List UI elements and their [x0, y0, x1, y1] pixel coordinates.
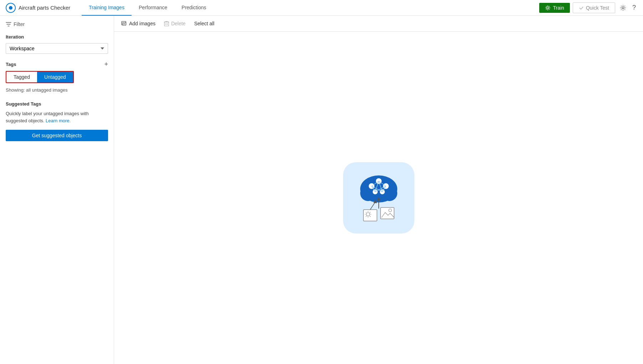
- nav-tabs: Training Images Performance Predictions: [82, 0, 539, 16]
- sidebar: Filter Iteration Workspace Tags + Tagged…: [0, 16, 114, 364]
- tab-training-images[interactable]: Training Images: [82, 0, 132, 16]
- illustration-bg: [343, 162, 414, 234]
- toolbar: Add images Delete Select all: [114, 16, 643, 32]
- filter-label: Filter: [14, 21, 25, 27]
- filter-row[interactable]: Filter: [6, 21, 108, 27]
- svg-point-0: [547, 7, 549, 9]
- tags-label: Tags: [6, 62, 16, 67]
- tag-toggle-wrapper: Tagged Untagged: [6, 71, 74, 83]
- content-area: Add images Delete Select all: [114, 16, 643, 364]
- app-logo: Aircraft parts Checker: [6, 3, 70, 13]
- iteration-label: Iteration: [6, 34, 108, 40]
- tagged-button[interactable]: Tagged: [6, 72, 37, 82]
- svg-rect-24: [363, 210, 377, 221]
- header: Aircraft parts Checker Training Images P…: [0, 0, 643, 16]
- untagged-button[interactable]: Untagged: [37, 72, 73, 82]
- delete-icon: [164, 21, 169, 26]
- tab-performance[interactable]: Performance: [132, 0, 174, 16]
- tags-header: Tags +: [6, 61, 108, 67]
- showing-label: Showing: all untagged images: [6, 87, 108, 93]
- iteration-select[interactable]: Workspace: [6, 43, 108, 54]
- tag-toggle-row: Tagged Untagged: [6, 71, 108, 83]
- get-suggested-button[interactable]: Get suggested objects: [6, 130, 108, 141]
- settings-button[interactable]: [618, 3, 628, 13]
- header-actions: Train Quick Test ?: [539, 2, 637, 13]
- add-tag-button[interactable]: +: [104, 61, 108, 67]
- content-main: [114, 32, 643, 364]
- quick-test-button[interactable]: Quick Test: [573, 2, 615, 13]
- select-all-button[interactable]: Select all: [194, 19, 214, 28]
- svg-rect-4: [164, 22, 169, 26]
- svg-line-36: [370, 202, 375, 210]
- delete-button[interactable]: Delete: [164, 19, 185, 28]
- illustration: [343, 162, 414, 234]
- gear-train-icon: [545, 5, 551, 11]
- help-icon: ?: [632, 4, 636, 11]
- empty-state-illustration: [348, 168, 409, 228]
- filter-icon: [6, 21, 11, 27]
- svg-point-1: [622, 7, 624, 9]
- add-images-button[interactable]: Add images: [121, 19, 155, 28]
- main-layout: Filter Iteration Workspace Tags + Tagged…: [0, 16, 643, 364]
- help-button[interactable]: ?: [631, 2, 637, 13]
- suggested-tags-label: Suggested Tags: [6, 101, 108, 107]
- app-title: Aircraft parts Checker: [19, 5, 70, 11]
- svg-line-30: [366, 212, 366, 212]
- add-images-icon: [121, 21, 127, 26]
- suggested-desc: Quickly label your untagged images with …: [6, 110, 108, 124]
- settings-icon: [619, 4, 627, 11]
- svg-rect-34: [381, 207, 394, 219]
- learn-more-link[interactable]: Learn more.: [46, 118, 71, 123]
- logo-icon: [6, 3, 16, 13]
- tab-predictions[interactable]: Predictions: [174, 0, 213, 16]
- train-button[interactable]: Train: [539, 3, 570, 13]
- check-icon: [579, 5, 584, 10]
